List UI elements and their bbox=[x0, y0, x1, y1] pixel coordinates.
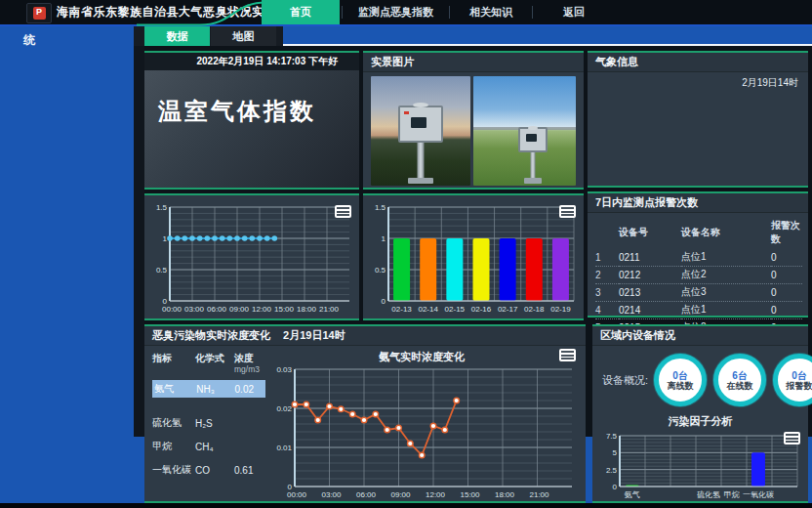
page-bottom-edge bbox=[0, 503, 812, 508]
svg-text:09:00: 09:00 bbox=[229, 305, 250, 314]
logo-icon: P bbox=[33, 7, 46, 20]
station-photo-field bbox=[473, 76, 576, 186]
svg-text:02-14: 02-14 bbox=[418, 305, 438, 314]
odor-header-title: 恶臭污染物实时浓度变化 bbox=[152, 329, 270, 341]
ammonia-concentration-line-chart: 00.010.020.0300:0003:0006:0009:0012:0015… bbox=[265, 363, 578, 500]
content-gutter bbox=[134, 26, 144, 437]
station-antenna-cap bbox=[413, 103, 428, 107]
svg-text:18:00: 18:00 bbox=[495, 490, 515, 499]
monitoring-station-base bbox=[408, 178, 433, 184]
svg-text:02-15: 02-15 bbox=[445, 305, 466, 314]
monitoring-station-pole bbox=[418, 141, 425, 180]
device-overview-row: 设备概况: 0台离线数6台在线数0台报警数 bbox=[592, 351, 808, 409]
device-status-circle: 6台在线数 bbox=[713, 354, 766, 406]
live-photos-panel: 实景图片 bbox=[363, 51, 584, 190]
tab-1[interactable]: 数据 bbox=[144, 26, 210, 46]
device-status-circles: 0台离线数6台在线数0台报警数 bbox=[654, 354, 812, 406]
topbar-divider bbox=[0, 24, 812, 26]
nav-divider bbox=[342, 6, 343, 19]
ammonia-chart-title: 氨气实时浓度变化 bbox=[265, 350, 578, 364]
svg-text:03:00: 03:00 bbox=[321, 490, 342, 499]
odor-row[interactable]: 一氧化碳CO0.61 bbox=[152, 460, 265, 480]
concentration-unit: mg/m3 bbox=[234, 364, 265, 374]
devices-panel: 区域内设备情况 设备概况: 0台离线数6台在线数0台报警数 污染因子分析 02.… bbox=[592, 324, 808, 503]
tab-2[interactable]: 地图 bbox=[211, 26, 276, 46]
nav-item-1[interactable]: 首页 bbox=[262, 0, 340, 24]
greenhouse-hourly-chart-panel: 00.511.500:0003:0006:0009:0012:0015:0018… bbox=[144, 193, 359, 320]
odor-table: 指标 化学式 浓度 mg/m3 氨气NH₃0.02硫化氢H₂S甲烷CH₄一氧化碳… bbox=[152, 352, 265, 484]
pollutant-name: 甲烷 bbox=[152, 440, 195, 453]
svg-text:02-19: 02-19 bbox=[550, 305, 571, 314]
topbar-nav: 首页监测点恶臭指数相关知识返回 bbox=[262, 0, 613, 24]
weather-header: 气象信息 bbox=[588, 53, 808, 72]
chart-menu-icon[interactable] bbox=[559, 205, 576, 218]
svg-text:12:00: 12:00 bbox=[426, 490, 446, 499]
device-count: 6台 bbox=[732, 370, 748, 381]
pollutant-value: 0.02 bbox=[235, 384, 265, 395]
pollutant-formula: CH₄ bbox=[195, 442, 234, 452]
nav-item-2[interactable]: 监测点恶臭指数 bbox=[345, 0, 447, 24]
weather-panel: 气象信息 2月19日14时 bbox=[588, 51, 808, 188]
col-device-id: 设备号 bbox=[619, 217, 681, 249]
nav-divider bbox=[449, 6, 450, 19]
svg-text:15:00: 15:00 bbox=[460, 490, 480, 499]
odor-row[interactable]: 硫化氢H₂S bbox=[152, 413, 265, 433]
col-formula: 化学式 bbox=[195, 352, 234, 365]
svg-text:21:00: 21:00 bbox=[319, 305, 340, 314]
greenhouse-daily-chart-panel: 00.511.502-1302-1402-1502-1602-1702-1802… bbox=[363, 193, 584, 320]
device-count-label: 报警数 bbox=[787, 381, 812, 391]
svg-text:0: 0 bbox=[382, 297, 386, 306]
svg-text:1.5: 1.5 bbox=[156, 203, 168, 212]
svg-text:18:00: 18:00 bbox=[297, 305, 317, 314]
left-sidebar: 统 bbox=[0, 24, 134, 508]
weather-datetime: 2月19日14时 bbox=[588, 72, 808, 90]
svg-text:0.02: 0.02 bbox=[276, 404, 292, 413]
svg-text:2.5: 2.5 bbox=[606, 466, 618, 475]
svg-text:06:00: 06:00 bbox=[207, 305, 227, 314]
monitoring-station-box bbox=[518, 127, 548, 152]
dashboard: 统 P 海南省乐东黎族自治县大气恶臭状况实时发布系 首页监测点恶臭指数相关知识返… bbox=[0, 0, 812, 508]
device-count: 0台 bbox=[672, 370, 688, 381]
col-indicator: 指标 bbox=[152, 352, 195, 365]
alarm-count-header: 7日内监测点报警次数 bbox=[588, 193, 808, 213]
pollutant-formula: CO bbox=[195, 465, 234, 476]
monitoring-station-box bbox=[398, 106, 443, 143]
nav-item-4[interactable]: 返回 bbox=[535, 0, 613, 24]
nav-divider bbox=[532, 6, 533, 19]
svg-text:0.5: 0.5 bbox=[375, 266, 386, 275]
svg-text:21:00: 21:00 bbox=[529, 490, 549, 499]
photo-strip bbox=[371, 76, 576, 186]
svg-text:12:00: 12:00 bbox=[252, 305, 272, 314]
svg-text:15:00: 15:00 bbox=[274, 305, 295, 314]
device-status-circle: 0台报警数 bbox=[773, 354, 812, 406]
odor-row[interactable]: 甲烷CH₄ bbox=[152, 437, 265, 456]
device-count-label: 离线数 bbox=[668, 381, 694, 391]
svg-text:02-13: 02-13 bbox=[391, 305, 412, 314]
odor-table-header-row: 指标 化学式 浓度 bbox=[152, 352, 265, 365]
pollutant-formula: NH₃ bbox=[196, 384, 234, 395]
device-status-circle: 0台离线数 bbox=[654, 354, 707, 406]
svg-text:0.5: 0.5 bbox=[156, 266, 168, 275]
monitoring-station-base bbox=[524, 178, 542, 184]
svg-text:0: 0 bbox=[613, 483, 618, 491]
svg-text:7.5: 7.5 bbox=[606, 432, 618, 441]
chart-menu-icon[interactable] bbox=[559, 349, 576, 361]
station-indicator-light bbox=[404, 111, 409, 114]
odor-row[interactable]: 氨气NH₃0.02 bbox=[152, 380, 265, 398]
chart-menu-icon[interactable] bbox=[784, 432, 800, 444]
svg-text:硫化氢: 硫化氢 bbox=[697, 490, 720, 499]
pollutant-name: 硫化氢 bbox=[152, 416, 195, 430]
greenhouse-index-line-chart: 00.511.500:0003:0006:0009:0012:0015:0018… bbox=[146, 201, 355, 315]
pollutant-formula: H₂S bbox=[195, 418, 234, 429]
odor-header-datetime: 2月19日14时 bbox=[283, 329, 345, 341]
svg-text:5: 5 bbox=[613, 448, 618, 457]
svg-text:1: 1 bbox=[163, 234, 168, 243]
current-datetime: 2022年2月19日 14:17:03 下午好 bbox=[144, 53, 359, 70]
svg-text:0.03: 0.03 bbox=[276, 365, 292, 374]
alarm-count-panel: 7日内监测点报警次数 设备号 设备名称 报警次数 10211点位1020212点… bbox=[588, 191, 808, 318]
svg-text:03:00: 03:00 bbox=[184, 305, 205, 314]
chart-menu-icon[interactable] bbox=[335, 205, 351, 218]
odor-concentration-panel: 恶臭污染物实时浓度变化 2月19日14时 指标 化学式 浓度 mg/m3 氨气N… bbox=[144, 324, 586, 503]
monitoring-station-pole bbox=[530, 150, 535, 180]
nav-item-3[interactable]: 相关知识 bbox=[452, 0, 530, 24]
